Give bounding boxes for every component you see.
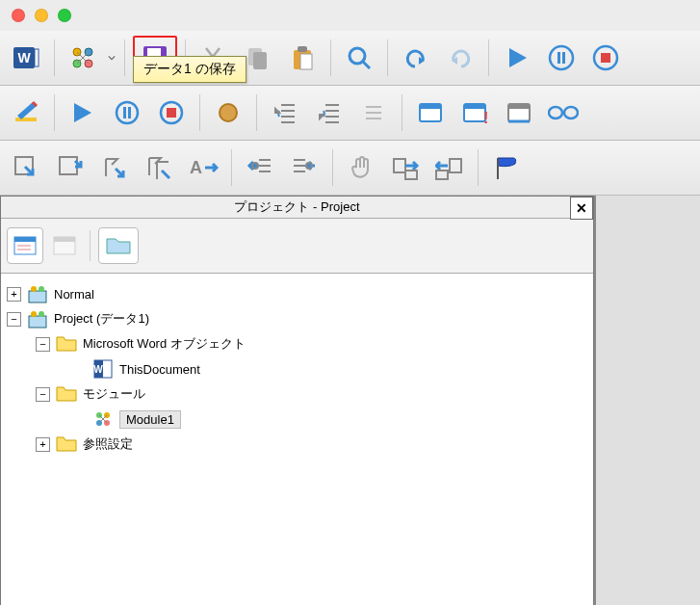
svg-rect-29 <box>123 107 126 118</box>
panel-header[interactable]: プロジェクト - Project ✕ <box>1 197 593 219</box>
outdent-icon[interactable] <box>240 147 280 188</box>
stop-icon[interactable] <box>585 38 626 78</box>
svg-rect-48 <box>464 104 485 109</box>
node-label-selected: Module1 <box>119 410 181 429</box>
svg-point-82 <box>31 311 37 317</box>
toolbox-icon[interactable] <box>499 92 539 133</box>
panel-close-button[interactable]: ✕ <box>570 197 593 220</box>
view-object-icon[interactable] <box>47 228 82 263</box>
toggle-folders-icon[interactable] <box>98 227 139 264</box>
node-label: 参照設定 <box>83 435 133 453</box>
svg-rect-77 <box>54 237 75 242</box>
expand-toggle[interactable]: + <box>36 437 50 452</box>
undo-icon[interactable] <box>396 38 436 78</box>
svg-rect-46 <box>420 104 441 109</box>
toolbar-row-2: ! <box>0 86 700 141</box>
svg-point-28 <box>117 102 138 123</box>
minimize-window-button[interactable] <box>35 9 48 22</box>
break-icon[interactable] <box>107 92 147 133</box>
tree-node-references[interactable]: + 参照設定 <box>7 432 587 457</box>
pause-icon[interactable] <box>541 38 582 78</box>
indent-icon[interactable] <box>284 147 324 188</box>
svg-point-83 <box>39 311 44 317</box>
zoom-window-button[interactable] <box>58 9 71 22</box>
node-label: モジュール <box>83 385 145 403</box>
svg-rect-27 <box>15 118 37 121</box>
add-watch-icon[interactable]: A <box>183 147 223 188</box>
redo-icon[interactable] <box>440 38 480 78</box>
node-label: Microsoft Word オブジェクト <box>83 335 246 353</box>
collapse-toggle[interactable]: − <box>36 387 50 402</box>
reset-icon[interactable] <box>151 92 192 133</box>
project-icon <box>27 283 48 304</box>
window-titlebar <box>0 0 700 31</box>
tree-node-word-objects[interactable]: − Microsoft Word オブジェクト <box>7 331 587 356</box>
project-explorer-panel: プロジェクト - Project ✕ + Normal <box>0 196 594 605</box>
close-x-glyph: ✕ <box>576 200 587 216</box>
step-into-icon[interactable] <box>6 147 46 188</box>
tree-node-thisdocument[interactable]: W ThisDocument <box>7 356 587 381</box>
word-icon[interactable]: W <box>6 38 46 78</box>
node-label: ThisDocument <box>119 362 200 377</box>
svg-rect-30 <box>128 107 131 118</box>
code-pane-empty <box>594 196 700 605</box>
svg-rect-2 <box>35 49 39 66</box>
svg-text:A: A <box>190 158 202 177</box>
indent-out-icon[interactable] <box>309 92 350 133</box>
svg-rect-16 <box>253 52 267 69</box>
tree-node-module1[interactable]: Module1 <box>7 407 587 432</box>
properties-window-icon[interactable]: ! <box>454 92 495 133</box>
design-mode-icon[interactable] <box>6 92 46 133</box>
toggle-breakpoint-icon[interactable] <box>208 92 248 133</box>
collapse-toggle[interactable]: − <box>36 337 50 352</box>
tree-node-normal[interactable]: + Normal <box>7 281 587 306</box>
tree-node-project[interactable]: − Project (データ1) <box>7 306 587 331</box>
object-browser-icon[interactable] <box>63 38 103 78</box>
project-tree[interactable]: + Normal − Project (データ1) − M <box>1 274 593 605</box>
folder-icon <box>56 434 77 455</box>
expand-toggle[interactable]: + <box>7 287 21 302</box>
svg-rect-26 <box>601 53 610 63</box>
compile-icon[interactable] <box>385 147 426 188</box>
find-icon[interactable] <box>339 38 379 78</box>
panel-toolbar <box>1 219 593 274</box>
view-code-icon[interactable] <box>7 227 43 264</box>
comment-block-icon[interactable] <box>353 92 394 133</box>
indent-in-icon[interactable] <box>265 92 305 133</box>
object-browser-dropdown[interactable] <box>107 38 117 78</box>
svg-rect-78 <box>29 291 46 302</box>
svg-rect-32 <box>167 108 176 118</box>
project-icon <box>27 308 48 329</box>
node-label: Project (データ1) <box>54 310 149 328</box>
hand-icon[interactable] <box>341 147 381 188</box>
svg-point-66 <box>306 163 312 169</box>
svg-rect-23 <box>557 52 560 64</box>
svg-rect-51 <box>508 104 530 109</box>
project-explorer-icon[interactable] <box>410 92 451 133</box>
step-over-icon[interactable] <box>50 147 91 188</box>
run-sub-icon[interactable] <box>63 92 103 133</box>
paste-icon[interactable] <box>282 38 323 78</box>
folder-open-icon <box>56 383 77 405</box>
compile-all-icon[interactable] <box>429 147 470 188</box>
toolbar-row-3: A <box>0 141 700 196</box>
svg-rect-81 <box>29 316 46 328</box>
word-doc-icon: W <box>92 358 114 380</box>
svg-point-80 <box>39 286 44 292</box>
watch-window-icon[interactable] <box>543 92 583 133</box>
svg-line-21 <box>363 62 370 68</box>
tree-node-modules[interactable]: − モジュール <box>7 381 587 407</box>
svg-point-53 <box>549 107 562 118</box>
svg-rect-57 <box>60 157 77 174</box>
bookmark-flag-icon[interactable] <box>486 147 527 188</box>
svg-rect-68 <box>405 171 417 179</box>
run-to-cursor-icon[interactable] <box>139 147 179 188</box>
step-out-icon[interactable] <box>94 147 135 188</box>
tooltip-text: データ1 の保存 <box>143 61 236 76</box>
svg-rect-18 <box>298 46 307 52</box>
work-area: プロジェクト - Project ✕ + Normal <box>0 196 700 605</box>
tooltip-save: データ1 の保存 <box>133 56 246 83</box>
collapse-toggle[interactable]: − <box>7 312 21 327</box>
close-window-button[interactable] <box>12 9 25 22</box>
run-icon[interactable] <box>497 38 537 78</box>
